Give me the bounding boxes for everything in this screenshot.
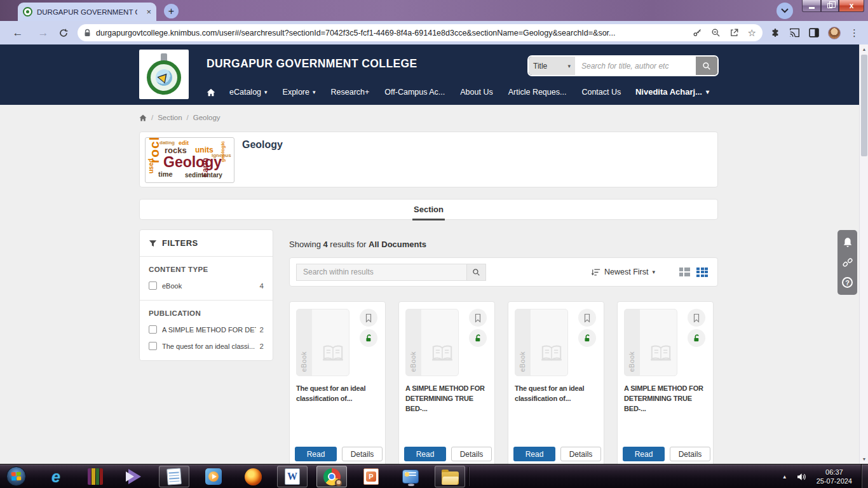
grid-view-button[interactable] [696,268,707,277]
breadcrumb-home-link[interactable] [139,114,147,121]
tab-search-button[interactable] [776,3,793,19]
nav-item-article-request[interactable]: Article Reques... [508,88,567,97]
new-tab-button[interactable]: + [164,4,179,18]
scroll-up-arrow[interactable]: ▲ [860,47,868,51]
zoom-icon[interactable] [711,28,721,37]
volume-button[interactable] [796,472,806,482]
details-button[interactable]: Details [670,447,710,461]
extensions-icon[interactable] [770,28,780,38]
minimize-button[interactable] [802,0,821,12]
browser-menu-icon[interactable]: ⋮ [850,27,859,39]
open-access-button[interactable] [360,329,377,347]
restore-button[interactable] [821,0,839,12]
taskbar-clock[interactable]: 06:37 25-07-2024 [817,468,852,485]
open-access-button[interactable] [469,329,487,347]
nav-item-explore[interactable]: Explore▾ [283,88,316,97]
read-button[interactable]: Read [623,447,665,461]
key-icon[interactable] [693,28,702,37]
minimize-icon [809,7,815,9]
taskbar-firefox[interactable] [238,466,268,487]
nav-item-about[interactable]: About Us [460,88,492,97]
close-button[interactable]: x [839,0,864,12]
start-button[interactable] [6,466,26,486]
tray-expand-button[interactable]: ▲ [782,474,787,480]
open-access-button[interactable] [688,329,705,347]
page-scrollbar[interactable]: ▲ ▼ [859,44,868,464]
scrollbar-thumb[interactable] [861,55,867,156]
notifications-button[interactable] [843,237,853,248]
open-access-button[interactable] [578,329,596,347]
cast-icon[interactable] [789,28,800,37]
filter-item-publication-2[interactable]: The quest for an ideal classi... 2 [149,342,264,350]
filter-item-ebook[interactable]: eBook 4 [149,281,264,290]
profile-avatar[interactable] [828,27,841,39]
read-button[interactable]: Read [404,447,446,461]
list-view-button[interactable] [679,268,690,276]
result-title[interactable]: The quest for an ideal classification of… [515,383,600,403]
bookmark-page-icon[interactable]: ☆ [748,27,756,39]
taskbar-word[interactable]: W [277,466,308,487]
taskbar-chrome[interactable] [316,466,347,487]
ebook-thumbnail[interactable]: eBook [624,309,677,376]
header-search-input[interactable] [575,57,696,75]
bookmark-button[interactable] [578,309,596,327]
bookmark-button[interactable] [360,309,377,327]
share-link-button[interactable] [843,257,853,268]
nav-item-ecatalog[interactable]: eCatalog▾ [229,88,268,97]
ebook-thumbnail[interactable]: eBook [405,309,459,376]
results-search-button[interactable] [466,264,486,281]
kmplayer-icon [128,469,141,484]
taskbar-control-panel[interactable] [395,466,426,487]
reload-button[interactable] [56,28,71,38]
forward-button[interactable]: → [36,27,51,39]
back-button[interactable]: ← [10,27,25,39]
result-title[interactable]: A SIMPLE METHOD FOR DETERMINING TRUE BED… [405,383,491,414]
nav-item-research[interactable]: Research+ [331,88,370,97]
book-icon [321,344,345,363]
read-button[interactable]: Read [513,447,555,461]
search-category-select[interactable]: Title ▾ [529,57,575,75]
college-logo[interactable] [139,50,189,99]
result-title[interactable]: The quest for an ideal classification of… [296,383,382,403]
help-button[interactable]: ? [842,277,853,288]
taskbar-powerpoint[interactable]: P [356,466,386,487]
header-search-button[interactable] [696,57,717,75]
read-button[interactable]: Read [295,447,337,461]
nav-home-button[interactable] [207,88,215,97]
taskbar-ie[interactable]: e [41,466,71,487]
sort-control[interactable]: Newest First ▾ [592,268,655,276]
tab-section[interactable]: Section [412,200,445,220]
user-menu[interactable]: Nivedita Acharj... ▾ [635,87,709,97]
taskbar-kmplayer[interactable] [119,466,150,487]
taskbar-notepad[interactable] [159,466,189,487]
ebook-thumbnail[interactable]: eBook [296,309,349,376]
scroll-down-arrow[interactable]: ▼ [860,457,868,461]
user-name: Nivedita Acharj... [635,87,702,97]
filter-item-publication-1[interactable]: A SIMPLE METHOD FOR DET... 2 [149,325,264,334]
show-desktop-button[interactable] [861,464,868,488]
details-button[interactable]: Details [560,447,601,461]
nav-item-offcampus[interactable]: Off-Campus Ac... [384,88,445,97]
url-bar[interactable]: durgapurgovtcollege.knimbus.com/user#/se… [78,24,763,41]
checkbox[interactable] [149,325,157,334]
details-button[interactable]: Details [451,447,492,461]
browser-tab[interactable]: DURGAPUR GOVERNMENT COLL... × [18,3,156,21]
results-search-input[interactable] [296,264,466,281]
ebook-thumbnail[interactable]: eBook [515,309,568,376]
nav-item-contact[interactable]: Contact Us [581,88,621,97]
bookmark-button[interactable] [469,309,487,327]
taskbar-explorer[interactable] [435,466,465,487]
share-icon[interactable] [729,28,739,37]
unlock-icon [364,334,374,343]
details-button[interactable]: Details [342,447,383,461]
taskbar-media-player[interactable] [198,466,229,487]
breadcrumb-section-link[interactable]: Section [158,114,182,121]
result-title[interactable]: A SIMPLE METHOD FOR DETERMINING TRUE BED… [624,383,710,414]
tab-close-icon[interactable]: × [146,8,151,16]
bookmark-button[interactable] [688,309,705,327]
checkbox[interactable] [149,281,157,290]
taskbar-winrar[interactable] [80,466,111,487]
sidebar-icon[interactable] [809,28,819,37]
wordcloud-word: edit [179,140,189,146]
checkbox[interactable] [149,342,157,350]
